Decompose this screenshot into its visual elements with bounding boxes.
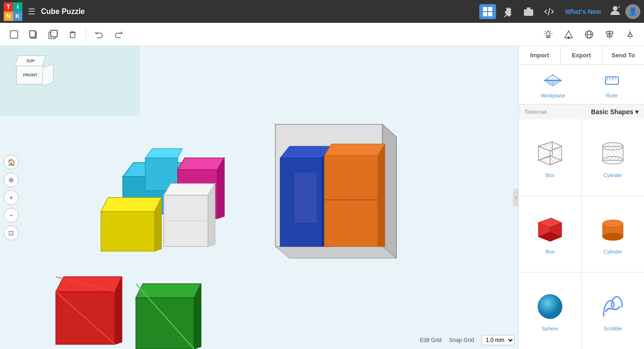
whats-new-button[interactable]: What's New xyxy=(561,8,605,15)
fit-to-view-button[interactable]: ⊡ xyxy=(4,226,19,240)
shape-item-box-wire[interactable]: Box xyxy=(519,119,581,196)
svg-marker-37 xyxy=(294,172,317,223)
shape-item-scribble[interactable]: Scribble xyxy=(582,273,644,349)
import-button[interactable]: Import xyxy=(519,46,561,64)
briefcase-button[interactable] xyxy=(520,4,537,19)
logo-k: K xyxy=(13,12,22,21)
delete-button[interactable] xyxy=(63,26,82,43)
shapes-grid: Box Cylinder xyxy=(519,119,644,349)
shapes-dropdown[interactable]: Basic Shapes ▾ xyxy=(591,108,638,116)
svg-marker-40 xyxy=(378,144,385,246)
code-button[interactable] xyxy=(541,4,557,19)
panel-collapse-handle[interactable]: › xyxy=(513,188,518,207)
chevron-down-icon: ▾ xyxy=(635,108,638,116)
navigation-controls: 🏠 ⊕ + − ⊡ xyxy=(4,155,19,240)
export-button[interactable]: Export xyxy=(561,46,603,64)
ruler-icon xyxy=(602,70,622,91)
svg-point-88 xyxy=(603,157,623,164)
shape-item-sphere[interactable]: Sphere xyxy=(519,273,581,349)
toolbar-right xyxy=(539,26,639,43)
scribble-icon xyxy=(597,290,629,323)
top-navigation: T I N K ☰ Cube Puzzle What's New 👤 xyxy=(0,0,644,23)
bottom-status-bar: Edit Grid Snap Grid 1.0 mm xyxy=(420,335,515,345)
view-cube-front[interactable]: FRONT xyxy=(16,66,44,84)
view-cube-top[interactable]: TOP xyxy=(14,55,47,67)
workplane-ruler-section: Workplane Ruler xyxy=(519,65,644,104)
undo-button[interactable] xyxy=(90,26,108,43)
svg-marker-39 xyxy=(324,144,385,156)
zoom-in-button[interactable]: + xyxy=(4,190,19,205)
send-to-button[interactable]: Send To xyxy=(603,46,644,64)
shapes-header: Tinkercad Basic Shapes ▾ xyxy=(519,104,644,119)
svg-marker-63 xyxy=(136,284,201,298)
logo-t: T xyxy=(4,2,13,12)
svg-rect-15 xyxy=(70,33,75,38)
svg-rect-13 xyxy=(51,30,57,37)
svg-rect-2 xyxy=(483,12,487,16)
box-wire-label: Box xyxy=(546,172,555,178)
svg-marker-62 xyxy=(136,298,194,349)
grid-view-button[interactable] xyxy=(479,4,496,19)
shapes-dropdown-label: Basic Shapes xyxy=(591,108,633,116)
new-button[interactable] xyxy=(5,26,23,43)
scribble-label: Scribble xyxy=(604,326,622,331)
workplane-label: Workplane xyxy=(541,93,565,98)
svg-rect-3 xyxy=(488,12,492,16)
svg-rect-8 xyxy=(10,31,18,38)
3d-tool-button[interactable] xyxy=(580,26,598,43)
shape-item-box-solid[interactable]: Box xyxy=(519,196,581,273)
viewport[interactable]: TOP FRONT 🏠 ⊕ + − ⊡ Edit Grid Snap Grid … xyxy=(0,46,518,349)
toolbar-separator-1 xyxy=(86,27,86,41)
ruler-button[interactable]: Ruler xyxy=(602,70,622,98)
align-tool-button[interactable] xyxy=(600,26,619,43)
snap-grid-selector[interactable]: 1.0 mm xyxy=(482,335,515,345)
add-user-icon[interactable] xyxy=(609,4,622,20)
svg-marker-52 xyxy=(208,184,215,246)
box-wire-icon xyxy=(534,137,566,170)
svg-marker-48 xyxy=(178,158,224,170)
view-cube[interactable]: TOP FRONT xyxy=(9,55,51,97)
shapes-category: Tinkercad xyxy=(524,109,547,115)
svg-rect-1 xyxy=(488,7,492,11)
main-area: TOP FRONT 🏠 ⊕ + − ⊡ Edit Grid Snap Grid … xyxy=(0,46,644,349)
cylinder-wire-label: Cylinder xyxy=(604,172,622,178)
shape-item-cylinder-wire[interactable]: Cylinder xyxy=(582,119,644,196)
logo-i: I xyxy=(13,2,22,12)
box-solid-icon xyxy=(534,213,566,246)
menu-icon[interactable]: ☰ xyxy=(26,5,37,19)
light-tool-button[interactable] xyxy=(539,26,557,43)
right-panel: Import Export Send To Workplane xyxy=(518,46,644,349)
svg-marker-51 xyxy=(164,184,215,195)
shape-tool-button[interactable] xyxy=(559,26,578,43)
svg-point-17 xyxy=(568,37,570,39)
app-logo[interactable]: T I N K xyxy=(4,2,22,21)
user-avatar[interactable]: 👤 xyxy=(625,4,640,19)
snap-grid-label: Snap Grid xyxy=(449,337,474,343)
duplicate-button[interactable] xyxy=(44,26,62,43)
svg-rect-79 xyxy=(605,77,618,81)
sphere-icon xyxy=(534,290,566,323)
redo-button[interactable] xyxy=(109,26,128,43)
zoom-out-button[interactable]: − xyxy=(4,208,19,223)
svg-point-94 xyxy=(603,233,623,240)
cylinder-wire-icon xyxy=(597,137,629,170)
svg-rect-10 xyxy=(30,31,35,37)
cylinder-solid-label: Cylinder xyxy=(604,249,622,254)
sphere-label: Sphere xyxy=(542,326,558,331)
tools-button[interactable] xyxy=(500,4,517,19)
svg-marker-33 xyxy=(275,246,396,258)
copy-button[interactable] xyxy=(24,26,43,43)
box-solid-label: Box xyxy=(546,249,555,254)
workplane-button[interactable]: Workplane xyxy=(541,70,565,98)
shape-item-cylinder-solid[interactable]: Cylinder xyxy=(582,196,644,273)
svg-marker-38 xyxy=(324,156,378,246)
project-title: Cube Puzzle xyxy=(41,7,476,16)
home-view-button[interactable]: 🏠 xyxy=(4,155,19,170)
edit-grid-button[interactable]: Edit Grid xyxy=(420,337,442,343)
orbit-button[interactable]: ⊕ xyxy=(4,172,19,187)
svg-point-16 xyxy=(546,32,550,35)
svg-marker-46 xyxy=(145,149,182,158)
mirror-tool-button[interactable] xyxy=(621,26,639,43)
logo-n: N xyxy=(4,12,13,21)
3d-scene xyxy=(0,46,518,349)
